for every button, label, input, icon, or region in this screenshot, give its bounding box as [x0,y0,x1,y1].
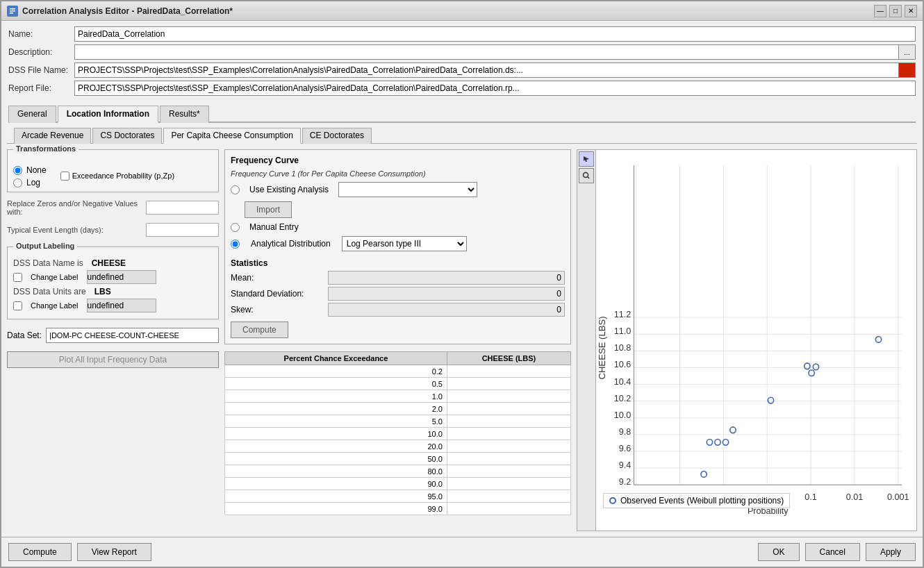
ok-button[interactable]: OK [758,543,799,561]
main-content: Transformations None Log [1,144,923,537]
window-controls: — □ ✕ [874,5,917,17]
cursor-tool-button[interactable] [579,151,594,167]
std-dev-input[interactable] [328,287,565,301]
stats-title: Statistics [231,258,565,268]
replace-zeros-input[interactable] [146,201,219,215]
app-icon [7,6,18,17]
transformations-group: Transformations None Log [7,149,219,192]
frequency-curve-section: Frequency Curve Frequency Curve 1 (for P… [224,149,571,344]
data-point [805,363,810,369]
data-point [875,337,881,343]
data-point [701,471,707,478]
log-radio[interactable] [13,178,22,187]
table-row: 90.0 [225,478,571,490]
description-browse-button[interactable]: ... [899,44,916,60]
skew-row: Skew: [231,303,565,317]
table-row: 50.0 [225,453,571,465]
analytical-radio[interactable] [231,240,240,249]
sub-tab-percapita[interactable]: Per Capita Cheese Consumption [163,128,300,144]
log-radio-label: Log [26,178,40,187]
svg-marker-4 [584,156,589,162]
svg-text:0.1: 0.1 [805,492,816,502]
use-existing-radio[interactable] [231,185,240,194]
tab-results[interactable]: Results* [160,106,209,123]
report-input[interactable] [74,81,916,96]
description-label: Description: [8,47,74,57]
table-row: 5.0 [225,415,571,428]
change-label-checkbox[interactable] [13,273,22,282]
dataset-input[interactable] [46,328,219,343]
tab-general[interactable]: General [8,106,56,123]
mean-row: Mean: [231,271,565,285]
compute-button[interactable]: Compute [8,543,72,561]
output-labeling-title: Output Labeling [13,242,77,250]
table-row: 1.0 [225,390,571,403]
sub-tab-arcade[interactable]: Arcade Revenue [14,128,91,144]
change-units-row: Change Label [13,299,213,312]
dss-browse-button[interactable] [899,62,916,78]
chart-area: CHEESE (LBS) 9.2 9.4 9.6 9.8 10.0 10.2 1… [596,150,916,531]
minimize-button[interactable]: — [874,5,886,17]
change-units-checkbox[interactable] [13,301,22,310]
pct-cell: 0.5 [225,378,447,390]
none-radio-label: None [26,165,47,175]
close-button[interactable]: ✕ [905,5,917,17]
analytical-select[interactable]: Log Pearson type III [342,236,467,251]
exceedance-checkbox[interactable] [60,172,69,181]
typical-event-label: Typical Event Length (days): [7,226,146,234]
cheese-cell [447,465,570,478]
import-button[interactable]: Import [245,201,292,218]
cheese-cell [447,440,570,453]
svg-rect-3 [10,12,13,14]
table-row: 0.2 [225,365,571,378]
report-row: Report File: [8,81,916,96]
data-table-container[interactable]: Percent Chance Exceedance CHEESE (LBS) 0… [224,349,571,531]
skew-input[interactable] [328,303,565,317]
change-units-input[interactable] [87,299,156,312]
freq-curve-title: Frequency Curve [231,156,565,165]
description-input[interactable] [74,44,899,60]
use-existing-row: Use Existing Analysis [231,182,565,197]
use-existing-select[interactable] [338,182,477,197]
cheese-cell [447,478,570,490]
manual-entry-row: Manual Entry [231,222,565,232]
sub-tabs: Arcade Revenue CS Doctorates Per Capita … [7,123,917,144]
zoom-tool-button[interactable] [579,168,594,183]
tab-location[interactable]: Location Information [58,106,158,123]
compute-stats-button[interactable]: Compute [231,321,288,338]
pct-cell: 10.0 [225,428,447,440]
legend-label: Observed Events (Weibull plotting positi… [620,496,784,506]
dss-input[interactable] [74,62,899,78]
none-radio[interactable] [13,166,22,175]
plot-all-button[interactable]: Plot All Input Frequency Data [7,351,219,368]
cheese-cell [447,378,570,390]
bottom-bar: Compute View Report OK Cancel Apply [1,537,923,567]
view-report-button[interactable]: View Report [77,543,151,561]
change-label-input[interactable] [87,270,156,284]
data-point [809,370,814,376]
manual-entry-radio[interactable] [231,223,240,232]
maximize-button[interactable]: □ [889,5,902,17]
svg-rect-2 [10,8,15,10]
svg-text:10.8: 10.8 [614,342,631,353]
name-input[interactable] [74,26,916,42]
replace-zeros-label: Replace Zeros and/or Negative Values wit… [7,199,146,216]
apply-button[interactable]: Apply [866,543,916,561]
output-labeling-group: Output Labeling DSS Data Name is CHEESE … [7,247,219,319]
sub-tab-cs[interactable]: CS Doctorates [92,128,162,144]
svg-rect-1 [10,10,15,12]
svg-text:11.2: 11.2 [614,309,631,319]
title-bar: Correlation Analysis Editor - PairedData… [1,1,923,21]
svg-text:9.6: 9.6 [619,443,631,453]
mean-input[interactable] [328,271,565,285]
cancel-button[interactable]: Cancel [805,543,860,561]
data-point [715,439,720,445]
dss-row: DSS File Name: [8,62,916,78]
sub-tab-ce[interactable]: CE Doctorates [302,128,372,144]
col-pct-header: Percent Chance Exceedance [225,352,447,365]
cheese-cell [447,428,570,440]
report-field-group [74,81,916,96]
report-label: Report File: [8,83,74,93]
change-label-text: Change Label [31,273,79,281]
typical-event-input[interactable] [146,223,219,237]
